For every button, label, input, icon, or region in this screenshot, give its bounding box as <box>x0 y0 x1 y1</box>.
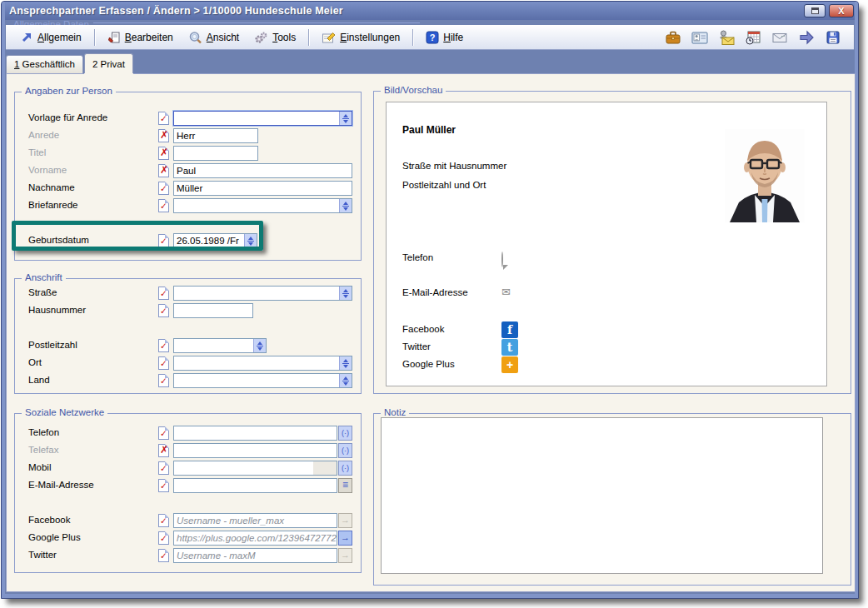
field-x-icon[interactable] <box>158 129 169 142</box>
field-check-icon[interactable] <box>158 531 169 545</box>
close-button[interactable]: X <box>829 4 854 17</box>
spinner-button[interactable] <box>339 199 352 212</box>
contact-card-button[interactable] <box>691 28 709 46</box>
field-label: Vorname <box>28 165 67 175</box>
open-link-button[interactable]: → <box>338 513 352 528</box>
dial-button[interactable]: (·) <box>338 443 352 458</box>
field-row: Google Plus https://plus.google.com/1239… <box>15 531 361 547</box>
group-angaben-zur-person: Angaben zur Person Vorlage für Anrede An… <box>14 92 362 261</box>
preview-address-line: Straße mit Hausnummer <box>402 161 506 171</box>
contact-photo <box>725 129 805 222</box>
anrede-input[interactable]: Herr <box>173 128 258 143</box>
facebook-icon[interactable]: f <box>501 321 518 338</box>
field-row: Titel <box>15 146 361 162</box>
spinner-button[interactable] <box>339 374 352 387</box>
twitter-input[interactable]: Username - maxM <box>173 548 337 563</box>
field-check-icon[interactable] <box>158 182 169 195</box>
field-check-icon[interactable] <box>158 549 169 562</box>
open-link-button[interactable]: → <box>338 548 352 563</box>
field-check-icon[interactable] <box>158 287 169 300</box>
field-x-icon[interactable] <box>158 147 169 160</box>
settings-note-icon <box>322 31 336 44</box>
geburtsdatum-input[interactable]: 26.05.1989 /Fr <box>173 233 257 248</box>
field-row: Briefanrede <box>15 198 361 215</box>
dial-button[interactable]: (·) <box>338 426 352 441</box>
field-label: Facebook <box>28 515 71 525</box>
spinner-button[interactable] <box>339 356 352 370</box>
menu-separator <box>94 29 95 46</box>
telefon-input[interactable] <box>173 426 337 441</box>
group-title: Notiz <box>381 407 409 417</box>
googleplus-input[interactable]: https://plus.google.com/123964727727 <box>173 531 337 546</box>
field-check-icon[interactable] <box>158 356 169 370</box>
arrow-up-right-icon <box>20 31 33 44</box>
field-label: E-Mail-Adresse <box>28 480 94 490</box>
field-check-icon[interactable] <box>158 374 169 387</box>
person-mail-button[interactable] <box>717 28 736 46</box>
googleplus-icon[interactable]: + <box>501 356 518 373</box>
group-anschrift: Anschrift Straße Hausnummer Postleitzahl <box>14 278 362 394</box>
mobil-input[interactable] <box>173 461 337 476</box>
briefanrede-combo[interactable] <box>173 198 352 213</box>
menu-separator <box>308 29 309 46</box>
menu-item-einstellungen[interactable]: Einstellungen <box>314 28 407 47</box>
field-x-icon[interactable] <box>158 444 169 457</box>
menu-item-hilfe[interactable]: ? Hilfe <box>418 28 471 47</box>
postleitzahl-combo[interactable] <box>173 338 267 353</box>
hausnummer-input[interactable] <box>173 303 253 318</box>
forward-button[interactable] <box>797 28 816 46</box>
field-check-icon[interactable] <box>158 514 169 527</box>
menu-item-allgemein[interactable]: Allgemein <box>12 28 89 47</box>
save-button[interactable] <box>824 28 842 46</box>
menu-item-ansicht[interactable]: Ansicht <box>181 28 247 47</box>
strasse-combo[interactable] <box>173 286 352 301</box>
field-check-icon[interactable] <box>158 339 169 352</box>
email-list-button[interactable]: ≡ <box>338 478 352 493</box>
field-check-icon[interactable] <box>158 304 169 317</box>
tab-privat[interactable]: 2 Privat <box>84 53 133 73</box>
vorlage-anrede-combo[interactable] <box>173 111 352 126</box>
menu-separator <box>412 29 413 46</box>
envelope-button[interactable] <box>771 28 789 46</box>
field-row: Vorname Paul <box>15 163 361 180</box>
restore-button[interactable] <box>804 4 826 17</box>
email-input[interactable] <box>173 478 337 493</box>
svg-text:?: ? <box>430 32 436 42</box>
field-label: Nachname <box>28 182 75 192</box>
field-check-icon[interactable] <box>158 234 169 247</box>
land-combo[interactable] <box>173 373 352 388</box>
field-check-icon[interactable] <box>158 479 169 492</box>
help-icon: ? <box>426 31 439 44</box>
facebook-input[interactable]: Username - mueller_max <box>173 513 337 528</box>
briefcase-button[interactable] <box>664 28 682 46</box>
nachname-input[interactable]: Müller <box>173 181 352 196</box>
vorname-input[interactable]: Paul <box>173 163 352 178</box>
tab-strip: 1 Geschäftlich 2 Privat <box>6 52 134 73</box>
note-textarea[interactable] <box>381 417 823 574</box>
open-link-button[interactable]: → <box>338 531 352 546</box>
field-check-icon[interactable] <box>158 461 169 475</box>
calendar-clock-button[interactable] <box>744 28 762 46</box>
spinner-button[interactable] <box>339 287 352 300</box>
field-x-icon[interactable] <box>158 164 169 177</box>
field-check-icon[interactable] <box>158 199 169 212</box>
ort-combo[interactable] <box>173 356 352 371</box>
field-check-icon[interactable] <box>158 426 169 440</box>
field-row: Twitter Username - maxM → <box>15 548 361 565</box>
menu-item-bearbeiten[interactable]: Bearbeiten <box>100 28 181 47</box>
spinner-button[interactable] <box>253 339 266 352</box>
group-title: Angaben zur Person <box>22 86 116 96</box>
field-label: Telefon <box>28 427 59 437</box>
dial-button[interactable]: (·) <box>338 461 352 476</box>
group-notiz: Notiz <box>373 413 851 586</box>
spinner-button[interactable] <box>339 112 352 125</box>
titel-input[interactable] <box>173 146 258 161</box>
menu-item-tools[interactable]: Tools <box>247 28 303 47</box>
spinner-button[interactable] <box>244 234 257 247</box>
twitter-icon[interactable]: t <box>501 339 518 356</box>
preview-name: Paul Müller <box>402 124 456 136</box>
tab-geschaeftlich[interactable]: 1 Geschäftlich <box>6 55 83 73</box>
telefax-input[interactable] <box>173 443 337 458</box>
field-check-icon[interactable] <box>158 112 169 125</box>
preview-social-label: Google Plus <box>402 359 455 369</box>
